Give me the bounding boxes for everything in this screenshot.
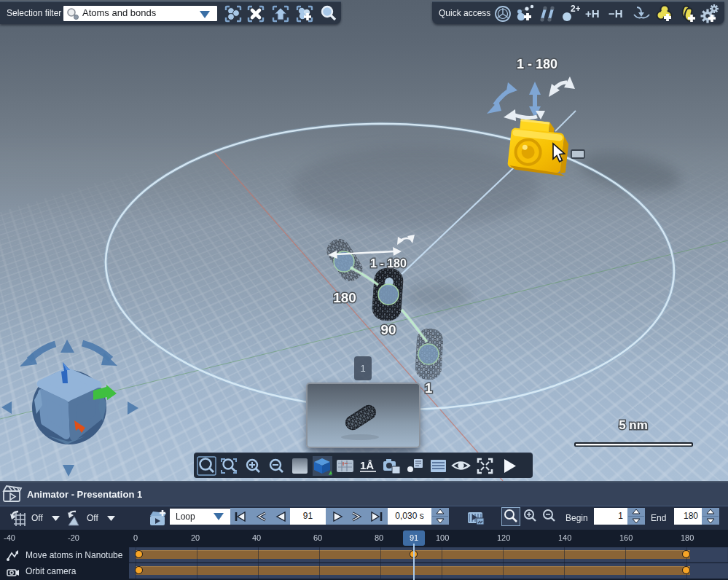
svg-text:1 - 180: 1 - 180 <box>517 57 557 71</box>
svg-text:1Å: 1Å <box>360 459 374 471</box>
svg-text:1 - 180: 1 - 180 <box>370 257 407 270</box>
svg-text:90: 90 <box>380 322 396 337</box>
svg-text:180: 180 <box>333 290 356 305</box>
svg-text:5 nm: 5 nm <box>619 418 648 432</box>
svg-text:1: 1 <box>425 380 433 396</box>
svg-text:2+: 2+ <box>571 4 580 14</box>
